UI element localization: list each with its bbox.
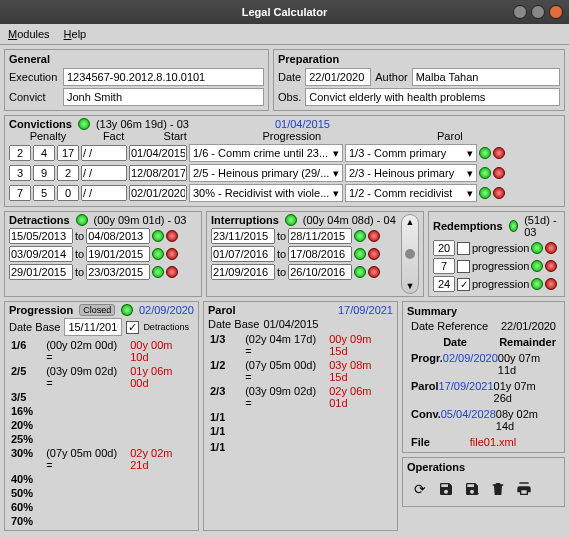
from-input[interactable] [9, 228, 73, 244]
fact-input[interactable] [81, 185, 127, 201]
frac-row: 1/2 (07y 05m 00d) = 03y 08m 15d [208, 358, 393, 384]
sum-file-val: file01.xml [470, 436, 516, 448]
prog-detr-check[interactable]: ✓ [126, 321, 139, 334]
delete-icon[interactable] [166, 248, 178, 260]
from-input[interactable] [9, 264, 73, 280]
add-icon[interactable] [285, 214, 297, 226]
to-input[interactable] [288, 246, 352, 262]
ok-icon[interactable] [531, 278, 543, 290]
redm-n[interactable] [433, 240, 455, 256]
ok-icon[interactable] [479, 167, 491, 179]
trash-icon[interactable] [489, 480, 507, 498]
fraction: 1/3 [210, 333, 239, 357]
penalty-d[interactable] [57, 185, 79, 201]
from-input[interactable] [211, 228, 275, 244]
redm-check[interactable] [457, 242, 470, 255]
ok-icon[interactable] [152, 230, 164, 242]
prep-title: Preparation [278, 52, 560, 66]
intr-title: Interruptions [211, 214, 279, 226]
start-input[interactable] [129, 165, 187, 181]
ok-icon[interactable] [354, 248, 366, 260]
redm-check[interactable]: ✓ [457, 278, 470, 291]
ok-icon[interactable] [479, 147, 491, 159]
delete-icon[interactable] [545, 242, 557, 254]
sum-rem: 01y 07m 26d [494, 380, 556, 404]
redm-n[interactable] [433, 276, 455, 292]
add-icon[interactable] [78, 118, 90, 130]
progression-select[interactable]: 30% - Recidivist with viole...▾ [189, 184, 343, 202]
prog-db-label: Date Base [9, 321, 60, 333]
progression-select[interactable]: 2/5 - Heinous primary (29/...▾ [189, 164, 343, 182]
delete-icon[interactable] [545, 278, 557, 290]
ok-icon[interactable] [531, 260, 543, 272]
to-input[interactable] [288, 228, 352, 244]
parol-select[interactable]: 2/3 - Heinous primary▾ [345, 164, 477, 182]
slider-thumb[interactable] [405, 249, 415, 259]
frac-row: 25% [9, 432, 194, 446]
penalty-d[interactable] [57, 165, 79, 181]
penalty-d[interactable] [57, 145, 79, 161]
ok-icon[interactable] [152, 248, 164, 260]
add-icon[interactable] [76, 214, 88, 226]
start-input[interactable] [129, 145, 187, 161]
penalty-y[interactable] [9, 165, 31, 181]
penalty-y[interactable] [9, 145, 31, 161]
delete-icon[interactable] [166, 230, 178, 242]
penalty-m[interactable] [33, 185, 55, 201]
minimize-button[interactable] [513, 5, 527, 19]
penalty-m[interactable] [33, 165, 55, 181]
chevron-down-icon[interactable]: ▼ [406, 281, 415, 291]
delete-icon[interactable] [493, 187, 505, 199]
delete-icon[interactable] [493, 167, 505, 179]
parol-select[interactable]: 1/2 - Comm recidivist▾ [345, 184, 477, 202]
prep-date-input[interactable] [305, 68, 371, 86]
to-input[interactable] [86, 246, 150, 262]
to-label: to [277, 266, 286, 278]
save-as-icon[interactable] [463, 480, 481, 498]
delete-icon[interactable] [493, 147, 505, 159]
maximize-button[interactable] [531, 5, 545, 19]
prog-detr-label: Detractions [143, 322, 189, 332]
from-input[interactable] [211, 264, 275, 280]
chevron-up-icon[interactable]: ▲ [406, 217, 415, 227]
slider[interactable]: ▲ ▼ [401, 214, 419, 294]
summary-row: Progr. 02/09/2020 00y 07m 11d [407, 350, 560, 378]
prep-obs-input[interactable] [305, 88, 560, 106]
parol-select[interactable]: 1/3 - Comm primary▾ [345, 144, 477, 162]
delete-icon[interactable] [545, 260, 557, 272]
penalty-y[interactable] [9, 185, 31, 201]
prep-author-input[interactable] [412, 68, 560, 86]
refresh-icon[interactable]: ⟳ [411, 480, 429, 498]
fact-input[interactable] [81, 165, 127, 181]
save-icon[interactable] [437, 480, 455, 498]
penalty-m[interactable] [33, 145, 55, 161]
delete-icon[interactable] [368, 230, 380, 242]
from-input[interactable] [9, 246, 73, 262]
detr-title: Detractions [9, 214, 70, 226]
menu-help[interactable]: Help [64, 28, 87, 40]
ok-icon[interactable] [354, 230, 366, 242]
to-input[interactable] [86, 264, 150, 280]
ok-icon[interactable] [479, 187, 491, 199]
ok-icon[interactable] [152, 266, 164, 278]
ok-icon[interactable] [354, 266, 366, 278]
ok-icon[interactable] [531, 242, 543, 254]
close-button[interactable] [549, 5, 563, 19]
redm-check[interactable] [457, 260, 470, 273]
delete-icon[interactable] [368, 266, 380, 278]
delete-icon[interactable] [368, 248, 380, 260]
menu-modules[interactable]: Modules [8, 28, 50, 40]
progression-select[interactable]: 1/6 - Comm crime until 23...▾ [189, 144, 343, 162]
to-input[interactable] [86, 228, 150, 244]
prog-db-input[interactable] [64, 318, 122, 336]
to-input[interactable] [288, 264, 352, 280]
from-input[interactable] [211, 246, 275, 262]
fact-input[interactable] [81, 145, 127, 161]
start-input[interactable] [129, 185, 187, 201]
print-icon[interactable] [515, 480, 533, 498]
redm-n[interactable] [433, 258, 455, 274]
exec-input[interactable] [63, 68, 264, 86]
delete-icon[interactable] [166, 266, 178, 278]
add-icon[interactable] [509, 220, 519, 232]
convict-input[interactable] [63, 88, 264, 106]
